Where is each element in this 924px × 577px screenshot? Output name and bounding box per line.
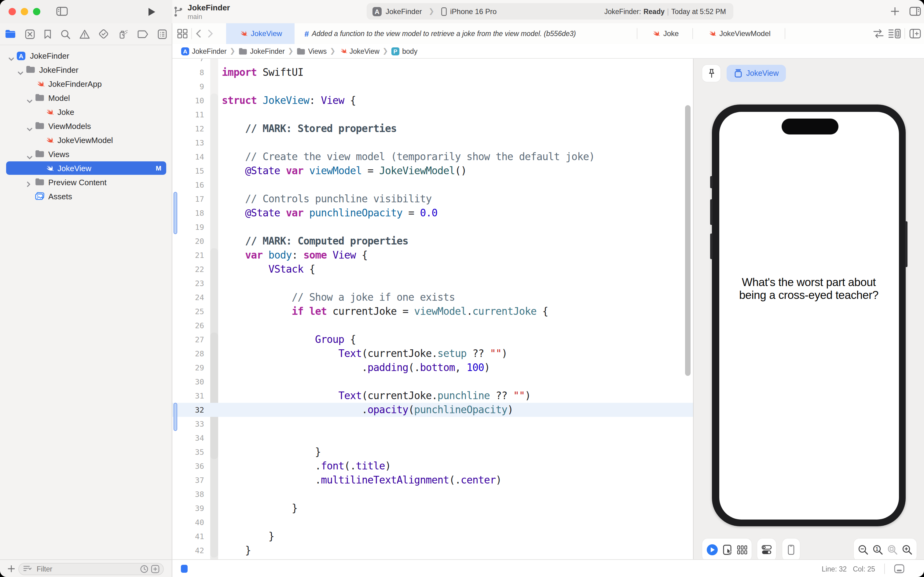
sidebar-item-jokefinder[interactable]: AJokeFinder xyxy=(0,49,172,62)
sidebar-item-model[interactable]: Model xyxy=(0,91,172,105)
scm-modified-badge: M xyxy=(156,164,161,172)
tab-jokeview[interactable]: JokeView xyxy=(226,23,295,44)
zoom-in-button[interactable] xyxy=(902,545,913,555)
line-number: 24 xyxy=(172,290,204,305)
sidebar-item-label: JokeView xyxy=(58,163,91,172)
pin-preview-button[interactable] xyxy=(702,65,721,82)
device-icon xyxy=(441,7,446,16)
minimap-toggle-icon[interactable] xyxy=(894,564,905,573)
disclosure-chevron-down-icon[interactable] xyxy=(27,156,32,160)
swift-file-icon xyxy=(707,29,716,38)
breadcrumb-symbol[interactable]: P body xyxy=(391,47,417,55)
live-preview-button[interactable] xyxy=(707,544,718,556)
folder-icon xyxy=(35,178,45,186)
preview-mode-group xyxy=(702,538,752,561)
scheme-selector[interactable]: A JokeFinder ❯ iPhone 16 Pro xyxy=(367,6,497,16)
source-change-bar[interactable] xyxy=(174,192,177,234)
svg-text:A: A xyxy=(375,8,380,15)
scm-status-filter-icon[interactable] xyxy=(151,564,159,573)
variants-mode-button[interactable] xyxy=(737,545,747,554)
find-navigator-icon[interactable] xyxy=(60,29,70,39)
toggle-left-sidebar-icon[interactable] xyxy=(56,7,68,16)
filter-field[interactable] xyxy=(18,562,164,575)
project-navigator-icon[interactable] xyxy=(5,29,16,39)
zoom-fit-button[interactable] xyxy=(887,545,898,555)
recent-files-clock-icon[interactable] xyxy=(140,564,148,573)
disclosure-chevron-down-icon[interactable] xyxy=(27,100,32,103)
sidebar-item-preview-content[interactable]: Preview Content xyxy=(0,176,172,189)
go-back-icon[interactable] xyxy=(196,29,201,38)
editor-scrollbar[interactable] xyxy=(685,105,691,376)
minimap-options-icon[interactable] xyxy=(888,29,901,39)
source-editor[interactable]: 78import SwiftUI910struct JokeView: View… xyxy=(172,59,693,559)
preview-target-chip[interactable]: JokeView xyxy=(727,65,786,82)
toggle-right-sidebar-icon[interactable] xyxy=(910,7,921,16)
bookmarks-navigator-icon[interactable] xyxy=(44,29,52,39)
preview-device-button[interactable] xyxy=(782,538,800,561)
zoom-controls-group: 1 xyxy=(854,538,917,561)
swift-file-icon xyxy=(35,79,45,89)
disclosure-chevron-down-icon[interactable] xyxy=(27,128,32,131)
tests-navigator-icon[interactable] xyxy=(99,29,109,39)
sidebar-item-jokeview[interactable]: JokeViewM xyxy=(0,161,172,175)
filter-input[interactable] xyxy=(35,564,130,573)
dynamic-island xyxy=(782,119,839,134)
breadcrumb-group[interactable]: JokeFinder xyxy=(238,47,285,55)
close-window-button[interactable] xyxy=(8,8,16,15)
sidebar-item-joke[interactable]: Joke xyxy=(0,105,172,119)
go-forward-icon[interactable] xyxy=(208,29,213,38)
run-button[interactable] xyxy=(148,7,156,16)
disclosure-chevron-right-icon[interactable] xyxy=(27,182,31,187)
window-title: JokeFinder xyxy=(188,3,230,12)
tab-joke[interactable]: Joke xyxy=(637,23,692,44)
issues-navigator-icon[interactable] xyxy=(79,29,90,39)
device-settings-button[interactable] xyxy=(757,538,776,561)
tab-commit[interactable]: # Added a function to the view model to … xyxy=(295,23,637,44)
add-toolbar-button[interactable] xyxy=(890,7,900,16)
line-number: 15 xyxy=(172,164,204,178)
add-file-button[interactable] xyxy=(7,565,15,573)
code-line-29: 29 .padding(.bottom, 100) xyxy=(172,361,693,375)
zoom-100-button[interactable]: 1 xyxy=(872,545,883,555)
breadcrumb-file[interactable]: JokeView xyxy=(338,47,380,55)
sidebar-item-views[interactable]: Views xyxy=(0,147,172,161)
breadcrumb-views[interactable]: Views xyxy=(296,47,327,55)
sidebar-item-jokefinder[interactable]: JokeFinder xyxy=(0,63,172,76)
sidebar-filter-bar xyxy=(0,559,172,577)
breadcrumb-chevron: ❯ xyxy=(285,47,296,55)
add-editor-icon[interactable] xyxy=(910,29,921,39)
sidebar-item-label: Preview Content xyxy=(48,177,107,187)
breakpoints-navigator-icon[interactable] xyxy=(137,30,148,38)
minimize-window-button[interactable] xyxy=(21,8,28,15)
line-number: 11 xyxy=(172,108,204,122)
sidebar-item-jokefinderapp[interactable]: JokeFinderApp xyxy=(0,77,172,90)
disclosure-chevron-down-icon[interactable] xyxy=(18,71,23,75)
editor-layout-icon[interactable] xyxy=(181,565,191,573)
sidebar-item-jokeviewmodel[interactable]: JokeViewModel xyxy=(0,133,172,147)
selectable-mode-button[interactable] xyxy=(723,545,732,555)
tab-jokeviewmodel[interactable]: JokeViewModel xyxy=(693,23,785,44)
cursor-position: Line: 32 Col: 25 xyxy=(822,560,875,577)
zoom-window-button[interactable] xyxy=(33,8,40,15)
debug-navigator-icon[interactable] xyxy=(118,29,129,39)
sidebar-item-label: Joke xyxy=(58,107,74,116)
code-line-42: 42 } xyxy=(172,543,693,558)
line-number: 39 xyxy=(172,501,204,515)
breadcrumb-chevron: ❯ xyxy=(227,47,238,55)
zoom-out-button[interactable] xyxy=(858,545,868,555)
run-destination: iPhone 16 Pro xyxy=(450,7,497,16)
related-items-icon[interactable] xyxy=(177,29,188,39)
source-change-bar[interactable] xyxy=(174,403,177,431)
breadcrumb-project[interactable]: A JokeFinder xyxy=(181,47,227,55)
statusbar-divider xyxy=(884,564,885,574)
code-review-icon[interactable] xyxy=(873,29,884,39)
sidebar-item-viewmodels[interactable]: ViewModels xyxy=(0,119,172,133)
disclosure-chevron-down-icon[interactable] xyxy=(8,58,14,61)
swift-file-icon xyxy=(239,29,248,38)
preview-screen[interactable]: What's the worst part about being a cros… xyxy=(719,111,899,519)
toggles-icon xyxy=(761,545,772,555)
svg-text:A: A xyxy=(19,53,24,60)
source-control-navigator-icon[interactable] xyxy=(25,29,35,39)
reports-navigator-icon[interactable] xyxy=(158,29,167,39)
sidebar-item-assets[interactable]: Assets xyxy=(0,190,172,203)
